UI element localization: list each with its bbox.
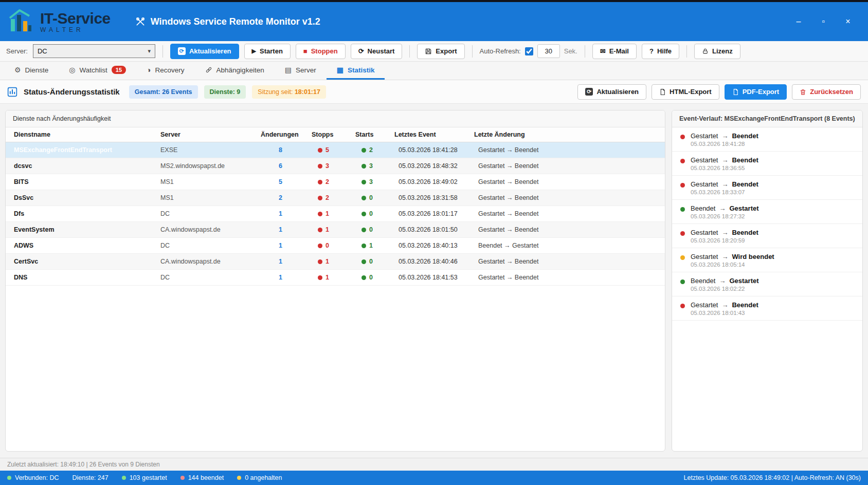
event-timestamp: 05.03.2026 18:20:59 — [691, 237, 758, 244]
cell-aenderungen: 1 — [258, 242, 306, 249]
event-transition: Gestartet→Beendet — [691, 229, 758, 236]
table-row[interactable]: DNSDC11005.03.2026 18:41:53Gestartet → B… — [6, 270, 665, 286]
stats-header: Status-Änderungsstatistik Gesamt: 26 Eve… — [0, 80, 868, 104]
event-list-item[interactable]: Beendet→Gestartet05.03.2026 18:27:32 — [672, 200, 862, 224]
event-list-item[interactable]: Beendet→Gestartet05.03.2026 18:02:22 — [672, 272, 862, 296]
stop-dot-icon — [318, 148, 322, 153]
restart-icon: ⟳ — [358, 48, 364, 54]
tab-server[interactable]: ▤ Server — [275, 62, 327, 80]
table-row[interactable]: DsSvcMS122005.03.2026 18:31:58Gestartet … — [6, 190, 665, 206]
minimize-button[interactable]: – — [793, 17, 804, 26]
start-button[interactable]: ▶ Starten — [244, 44, 291, 59]
column-header-starts[interactable]: Starts — [350, 127, 390, 142]
server-label: Server: — [6, 47, 28, 55]
cell-server: DC — [152, 274, 258, 281]
email-button[interactable]: ✉ E-Mail — [592, 44, 637, 59]
column-header-aenderungen[interactable]: Änderungen — [258, 127, 306, 142]
stop-button[interactable]: ■ Stoppen — [296, 44, 346, 59]
status-dot-icon — [180, 476, 185, 480]
event-status-dot-icon — [680, 231, 685, 236]
reset-button[interactable]: Zurücksetzen — [792, 84, 861, 100]
cell-aenderungen: 8 — [258, 146, 306, 154]
server-select[interactable]: DC ▾ — [33, 44, 155, 58]
cell-letzte-aenderung: Gestartet → Beendet — [470, 258, 665, 265]
event-list-item[interactable]: Gestartet→Wird beendet05.03.2026 18:05:1… — [672, 248, 862, 272]
column-header-letztes-event[interactable]: Letztes Event — [390, 127, 470, 142]
event-status-dot-icon — [680, 279, 685, 284]
watchlist-count-badge: 15 — [112, 66, 126, 74]
gear-icon: ⚙ — [14, 66, 21, 74]
cell-starts: 1 — [350, 242, 390, 249]
event-list-item[interactable]: Gestartet→Beendet05.03.2026 18:36:55 — [672, 152, 862, 176]
cell-aenderungen: 2 — [258, 194, 306, 201]
cell-dienstname: DNS — [6, 274, 152, 281]
help-button[interactable]: ? Hilfe — [642, 44, 679, 59]
column-header-stopps[interactable]: Stopps — [306, 127, 350, 142]
table-row[interactable]: BITSMS152305.03.2026 18:49:02Gestartet →… — [6, 174, 665, 190]
event-timestamp: 05.03.2026 18:33:07 — [691, 189, 758, 195]
table-row[interactable]: DfsDC11005.03.2026 18:01:17Gestartet → B… — [6, 206, 665, 222]
cell-starts: 3 — [350, 178, 390, 185]
table-row[interactable]: CertSvcCA.windowspapst.de11005.03.2026 1… — [6, 254, 665, 270]
brand-name: IT-Service — [40, 10, 111, 27]
stats-refresh-button[interactable]: ⟳ Aktualisieren — [577, 84, 646, 100]
restart-button[interactable]: ⟳ Neustart — [351, 44, 403, 59]
total-events-badge: Gesamt: 26 Events — [129, 85, 198, 99]
footer-status-item: 144 beendet — [180, 474, 224, 481]
start-dot-icon — [361, 275, 366, 280]
cell-letzte-aenderung: Gestartet → Beendet — [470, 210, 665, 217]
cell-letztes-event: 05.03.2026 18:41:53 — [390, 274, 470, 281]
table-row[interactable]: dcsvcMS2.windowspapst.de63305.03.2026 18… — [6, 158, 665, 174]
license-button[interactable]: Lizenz — [694, 44, 740, 59]
page-title: Status-Änderungsstatistik — [24, 87, 120, 96]
event-list-item[interactable]: Gestartet→Beendet05.03.2026 18:20:59 — [672, 224, 862, 248]
tab-abhaengigkeiten[interactable]: Abhängigkeiten — [195, 62, 275, 80]
html-export-button[interactable]: HTML-Export — [652, 84, 719, 100]
table-row[interactable]: MSExchangeFrontEndTransportEXSE85205.03.… — [6, 142, 665, 158]
export-button[interactable]: Export — [417, 44, 464, 59]
auto-refresh-checkbox[interactable] — [525, 47, 533, 55]
cell-server: EXSE — [152, 146, 258, 154]
tab-bar: ⚙ Dienste ◎ Watchlist 15 ◑ Recovery Abhä… — [0, 62, 868, 80]
column-header-letzte-aenderung[interactable]: Letzte Änderung — [470, 127, 665, 142]
column-header-dienstname[interactable]: Dienstname — [6, 127, 152, 142]
cell-stopps: 1 — [306, 226, 350, 233]
tools-icon — [135, 16, 146, 27]
server-select-value: DC — [38, 47, 47, 55]
server-icon: ▤ — [285, 66, 292, 74]
start-dot-icon — [361, 244, 366, 248]
cell-starts: 0 — [350, 194, 390, 201]
cell-stopps: 0 — [306, 242, 350, 249]
cell-dienstname: DsSvc — [6, 194, 152, 201]
event-list-item[interactable]: Gestartet→Beendet05.03.2026 18:41:28 — [672, 127, 862, 152]
maximize-button[interactable]: ▫ — [818, 17, 829, 26]
table-row[interactable]: ADWSDC10105.03.2026 18:40:13Beendet → Ge… — [6, 238, 665, 254]
close-button[interactable]: × — [842, 17, 854, 26]
cell-stopps: 1 — [306, 258, 350, 265]
link-icon — [205, 66, 212, 73]
interval-unit: Sek. — [564, 47, 577, 55]
cell-stopps: 2 — [306, 178, 350, 185]
status-dot-icon — [122, 476, 126, 480]
tab-recovery[interactable]: ◑ Recovery — [136, 62, 195, 80]
event-list-item[interactable]: Gestartet→Beendet05.03.2026 18:01:43 — [672, 296, 862, 321]
cell-letztes-event: 05.03.2026 18:40:46 — [390, 258, 470, 265]
event-status-dot-icon — [680, 135, 685, 139]
pdf-export-button[interactable]: PDF-Export — [725, 84, 787, 100]
interval-input[interactable] — [537, 44, 560, 58]
tab-statistik[interactable]: ▦ Statistik — [327, 62, 385, 80]
services-panel: Dienste nach Änderungshäufigkeit Dienstn… — [5, 110, 665, 452]
tab-dienste[interactable]: ⚙ Dienste — [4, 62, 59, 80]
column-header-server[interactable]: Server — [152, 127, 258, 142]
tab-watchlist[interactable]: ◎ Watchlist 15 — [59, 62, 136, 80]
refresh-button[interactable]: ⟳ Aktualisieren — [170, 44, 239, 59]
question-icon: ? — [649, 48, 654, 54]
cell-letzte-aenderung: Gestartet → Beendet — [470, 274, 665, 281]
cell-letzte-aenderung: Gestartet → Beendet — [470, 162, 665, 170]
table-row[interactable]: EventSystemCA.windowspapst.de11005.03.20… — [6, 222, 665, 238]
status-dot-icon — [7, 476, 11, 480]
session-badge: Sitzung seit: 18:01:17 — [252, 85, 326, 99]
services-table-body: MSExchangeFrontEndTransportEXSE85205.03.… — [6, 142, 665, 286]
event-list-item[interactable]: Gestartet→Beendet05.03.2026 18:33:07 — [672, 176, 862, 200]
event-transition: Gestartet→Beendet — [691, 132, 758, 140]
